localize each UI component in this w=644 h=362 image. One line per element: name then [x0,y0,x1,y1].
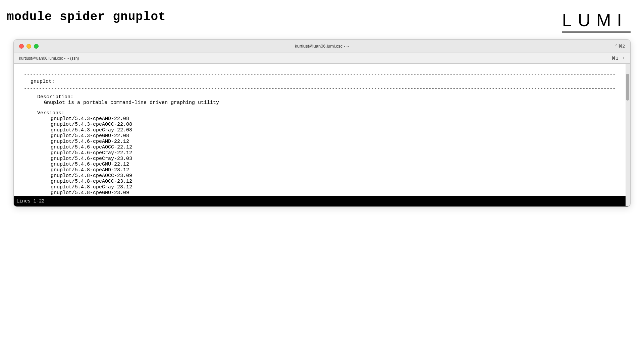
page-title: module spider gnuplot [7,10,166,24]
list-item: gnuplot/5.4.6-cpeAOCC-22.12 [24,144,615,150]
section-name: gnuplot: [24,79,615,84]
list-item: gnuplot/5.4.8-cpeAOCC-23.09 [24,173,615,179]
separator-bottom: ----------------------------------------… [24,86,615,92]
traffic-lights [19,44,39,49]
list-item: gnuplot/5.4.8-cpeAMD-23.12 [24,167,615,173]
list-item: gnuplot/5.4.3-cpeAMD-22.08 [24,116,615,122]
top-area: module spider gnuplot LUMI [0,0,644,39]
list-item: gnuplot/5.4.3-cpeAOCC-22.08 [24,122,615,127]
list-item: gnuplot/5.4.6-cpeCray-23.03 [24,156,615,162]
terminal-text-area: ----------------------------------------… [14,64,626,196]
list-item: gnuplot/5.4.3-cpeCray-22.08 [24,127,615,133]
list-item: gnuplot/5.4.6-cpeAMD-22.12 [24,139,615,144]
titlebar-right: ⌃⌘2 [614,44,625,49]
terminal-window: kurtlust@uan06.lumi.csc - ~ ⌃⌘2 kurtlust… [13,39,631,207]
scrollbar-track [626,74,630,206]
tab-number[interactable]: ⌘1 [611,56,618,61]
tab-label[interactable]: kurtlust@uan06.lumi.csc - ~ (ssh) [19,56,79,61]
new-tab-shortcut: ⌃⌘2 [614,44,625,49]
minimize-button[interactable] [26,44,31,49]
description-text: Gnuplot is a portable command-line drive… [24,100,615,106]
maximize-button[interactable] [34,44,39,49]
terminal-main-title: kurtlust@uan06.lumi.csc - ~ [295,44,349,49]
list-item: gnuplot/5.4.6-cpeGNU-22.12 [24,162,615,167]
close-button[interactable] [19,44,24,49]
tab-bar: kurtlust@uan06.lumi.csc - ~ (ssh) ⌘1 + [14,53,630,64]
titlebar-center: kurtlust@uan06.lumi.csc - ~ [295,44,349,49]
tab-right: ⌘1 + [611,56,625,61]
terminal-body: ----------------------------------------… [14,64,630,196]
list-item: gnuplot/5.4.8-cpeCray-23.12 [24,184,615,190]
scrollbar[interactable] [626,64,630,196]
separator-top: ----------------------------------------… [24,72,615,77]
add-tab-button[interactable]: + [622,56,625,61]
list-item: gnuplot/5.4.6-cpeCray-22.12 [24,150,615,156]
terminal-titlebar: kurtlust@uan06.lumi.csc - ~ ⌃⌘2 [14,40,630,53]
list-item: gnuplot/5.4.8-cpeGNU-23.09 [24,190,615,196]
list-item: gnuplot/5.4.8-cpeAOCC-23.12 [24,179,615,184]
versions-label: Versions: [24,110,615,116]
status-text: Lines 1-22 [16,198,45,204]
description-label: Description: [24,94,615,100]
scrollbar-thumb[interactable] [626,74,629,101]
lumi-logo: LUMI [562,10,631,33]
list-item: gnuplot/5.4.3-cpeGNU-22.08 [24,133,615,139]
status-bar: Lines 1-22 [14,196,630,206]
versions-list: gnuplot/5.4.3-cpeAMD-22.08gnuplot/5.4.3-… [24,116,615,196]
